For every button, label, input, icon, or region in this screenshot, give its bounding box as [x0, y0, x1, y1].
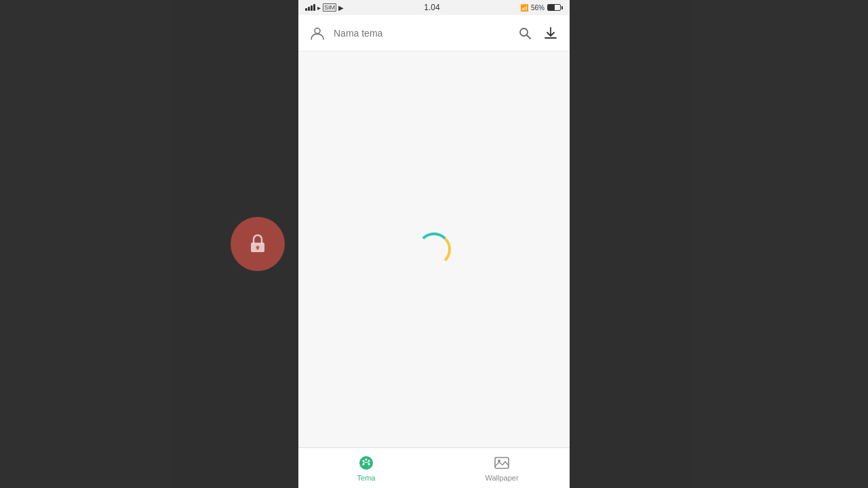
- status-left-icons: ▸ SIM ▶: [305, 3, 344, 12]
- camera-lock-icon-bg: [231, 217, 285, 271]
- wifi-signal-icon: 📶: [520, 4, 528, 12]
- battery-pct-label: 56%: [531, 4, 545, 12]
- status-right: 📶 56%: [520, 4, 563, 12]
- phone-frame: ▸ SIM ▶ 1.04 📶 56%: [298, 0, 570, 488]
- svg-point-11: [368, 460, 370, 462]
- main-content: [298, 52, 570, 447]
- svg-point-8: [359, 456, 373, 470]
- sim-icon: SIM: [323, 3, 336, 12]
- svg-point-13: [363, 464, 365, 466]
- user-icon: [310, 26, 325, 41]
- svg-rect-2: [257, 247, 258, 250]
- app-header: [298, 15, 570, 52]
- status-bar: ▸ SIM ▶ 1.04 📶 56%: [298, 0, 570, 15]
- svg-line-5: [527, 35, 530, 39]
- wifi-icon: ▸: [317, 4, 321, 12]
- svg-point-3: [315, 28, 320, 33]
- video-icon: ▶: [338, 4, 344, 12]
- loading-spinner: [417, 232, 451, 266]
- left-overlay-panel: [0, 0, 298, 488]
- right-overlay-panel: [570, 0, 868, 488]
- palette-svg: [357, 454, 375, 472]
- wallpaper-label: Wallpaper: [485, 474, 518, 482]
- search-input[interactable]: [334, 28, 509, 39]
- status-time: 1.04: [424, 3, 439, 12]
- nav-item-wallpaper[interactable]: Wallpaper: [434, 448, 570, 488]
- search-icon: [518, 26, 532, 40]
- download-icon: [544, 26, 557, 40]
- image-icon: [493, 454, 511, 472]
- svg-point-10: [366, 459, 368, 461]
- user-profile-button[interactable]: [308, 24, 327, 43]
- signal-bars: [305, 4, 315, 11]
- tema-label: Tema: [357, 474, 376, 482]
- wallpaper-svg: [493, 454, 511, 472]
- battery-icon: [547, 4, 563, 11]
- svg-point-9: [363, 460, 365, 462]
- search-button[interactable]: [515, 24, 534, 43]
- nav-item-tema[interactable]: Tema: [298, 448, 434, 488]
- bottom-navigation: Tema Wallpaper: [298, 447, 570, 488]
- camera-lock-icon: [243, 229, 273, 259]
- download-button[interactable]: [541, 24, 560, 43]
- palette-icon: [357, 454, 375, 472]
- svg-point-4: [520, 28, 528, 36]
